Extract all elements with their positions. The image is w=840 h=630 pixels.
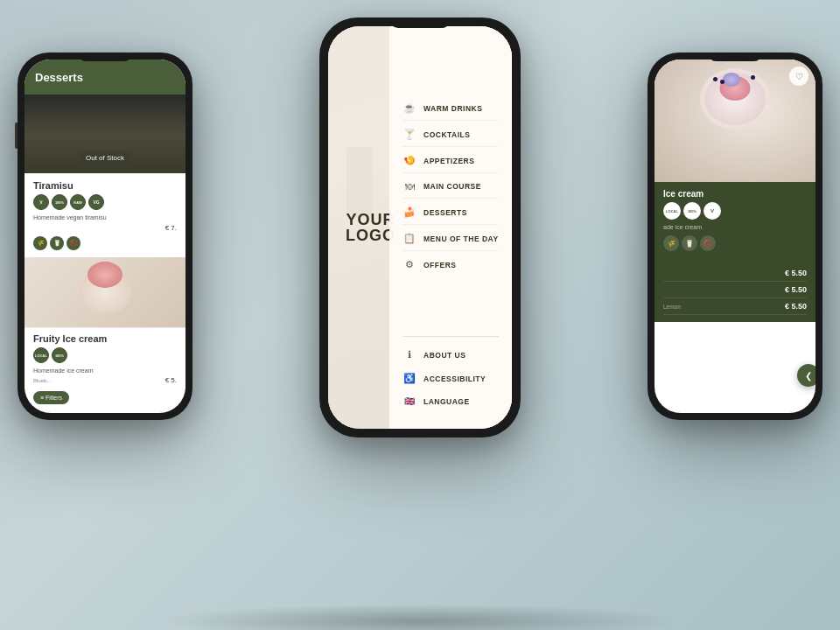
menu-item-warm-drinks[interactable]: ☕ WARM DRINKS <box>402 96 499 121</box>
warm-drinks-icon: ☕ <box>402 102 416 114</box>
price-value-1: € 5.50 <box>785 269 807 277</box>
allergen-2: 🥛 <box>50 236 64 250</box>
price-value-2: € 5.50 <box>785 285 807 294</box>
language-flag-icon: 🇬🇧 <box>402 396 416 406</box>
center-menu: ☕ WARM DRINKS 🍸 COCKTAILS 🍤 APPETIZERS 🍽… <box>389 26 512 429</box>
main-course-label: MAIN COURSE <box>424 182 481 191</box>
logo-area: YOUR LOGO <box>346 212 396 243</box>
about-us-label: ABOUT US <box>424 351 466 360</box>
left-phone-screen: Desserts Out of Stock Tiramisu V 100% RA… <box>24 60 186 413</box>
right-phone-screen: ♡ Ice cream LOCAL 100% V ade ice cream 🌾… <box>654 60 816 413</box>
warm-drinks-label: WARM DRINKS <box>424 104 482 113</box>
appetizers-label: APPETIZERS <box>424 157 474 165</box>
accessibility-label: ACCESSIBILITY <box>424 374 486 383</box>
badge-100: 100% <box>52 194 67 210</box>
left-allergens: 🌾 🥛 🚫 <box>33 236 177 250</box>
out-of-stock-badge: Out of Stock <box>79 151 131 164</box>
right-hero-bowl <box>700 68 770 130</box>
desserts-icon: 🍰 <box>402 206 416 218</box>
right-allergen-1: 🌾 <box>663 235 679 251</box>
menu-item-cocktails[interactable]: 🍸 COCKTAILS <box>402 122 499 147</box>
right-phone: ♡ Ice cream LOCAL 100% V ade ice cream 🌾… <box>648 52 822 420</box>
badge-vg: VG <box>88 194 104 210</box>
left-badges: V 100% RAW VG <box>33 194 177 210</box>
phones-shadow <box>158 604 682 630</box>
left-item-2-title: Fruity Ice cream <box>33 333 177 344</box>
left-item-desc: Homemade vegan tiramisu <box>33 214 177 221</box>
appetizers-icon: 🍤 <box>402 155 416 166</box>
menu-item-appetizers[interactable]: 🍤 APPETIZERS <box>402 149 499 173</box>
price-row-2: € 5.50 <box>663 282 807 298</box>
right-badge-local: LOCAL <box>663 202 681 220</box>
accessibility-icon: ♿ <box>402 373 416 384</box>
filters-bar[interactable]: ≡ Filters <box>33 391 69 404</box>
menu-divider <box>402 336 499 337</box>
desserts-label: DESSERTS <box>424 208 467 217</box>
left-item-2-content: Fruity Ice cream LOCAL 100% Homemade ice… <box>24 328 186 389</box>
price-value-3: € 5.50 <box>785 302 807 311</box>
left-item-2-subtitle: Blueb... <box>33 378 51 383</box>
right-prices: € 5.50 € 5.50 Lemon € 5.50 <box>654 265 816 322</box>
menu-items-list: ☕ WARM DRINKS 🍸 COCKTAILS 🍤 APPETIZERS 🍽… <box>402 44 499 329</box>
center-phone: YOUR LOGO ☕ WARM DRINKS 🍸 COCKTAILS 🍤 AP… <box>319 18 521 438</box>
menu-bottom-items: ℹ ABOUT US ♿ ACCESSIBILITY 🇬🇧 LANGUAGE <box>402 344 499 411</box>
center-phone-notch <box>389 18 451 28</box>
menu-of-day-icon: 📋 <box>402 233 416 244</box>
favorite-button[interactable]: ♡ <box>789 66 808 86</box>
right-phone-notch <box>709 52 761 61</box>
menu-item-offers[interactable]: ⚙ OFFERS <box>402 253 499 276</box>
menu-item-language[interactable]: 🇬🇧 LANGUAGE <box>402 391 499 411</box>
badge-raw: RAW <box>70 194 86 210</box>
right-allergens: 🌾 🥛 🚫 <box>663 235 807 251</box>
language-label: LANGUAGE <box>424 397 470 406</box>
about-us-icon: ℹ <box>402 349 416 360</box>
price-label-3: Lemon <box>663 304 785 310</box>
logo-line-1: YOUR <box>346 212 395 228</box>
cocktails-label: COCKTAILS <box>424 130 470 139</box>
left-badges-2: LOCAL 100% <box>33 347 177 363</box>
filters-button[interactable]: ≡ Filters <box>33 391 69 404</box>
center-phone-screen: YOUR LOGO ☕ WARM DRINKS 🍸 COCKTAILS 🍤 AP… <box>328 26 512 429</box>
right-allergen-2: 🥛 <box>682 235 697 251</box>
right-badges: LOCAL 100% V <box>663 202 807 220</box>
cocktails-icon: 🍸 <box>402 129 416 140</box>
right-nav-button[interactable]: ❮ <box>797 364 816 387</box>
menu-of-day-label: MENU OF THE DAY <box>424 234 499 243</box>
logo-line-2: LOGO <box>346 228 396 243</box>
allergen-3: 🚫 <box>66 236 80 250</box>
right-item-title: Ice cream <box>663 189 807 199</box>
menu-item-main-course[interactable]: 🍽 MAIN COURSE <box>402 175 499 199</box>
right-allergen-3: 🚫 <box>700 235 716 251</box>
left-item-2-price: € 5. <box>165 376 177 384</box>
main-course-icon: 🍽 <box>402 181 416 192</box>
menu-item-accessibility[interactable]: ♿ ACCESSIBILITY <box>402 368 499 389</box>
left-item-price: € 7. <box>33 224 177 232</box>
left-phone-notch <box>79 52 131 61</box>
left-header-title: Desserts <box>35 71 83 84</box>
badge-v: V <box>33 194 49 210</box>
right-badge-100: 100% <box>683 202 701 220</box>
price-row-3: Lemon € 5.50 <box>663 298 807 315</box>
menu-item-about-us[interactable]: ℹ ABOUT US <box>402 344 499 366</box>
right-item-content: Ice cream LOCAL 100% V ade ice cream 🌾 🥛… <box>654 182 816 265</box>
left-item-tiramisu: Tiramisu V 100% RAW VG Homemade vegan ti… <box>24 173 186 257</box>
left-item-title: Tiramisu <box>33 180 177 191</box>
offers-label: OFFERS <box>424 261 456 270</box>
badge-local: LOCAL <box>33 347 49 363</box>
offers-icon: ⚙ <box>402 259 416 270</box>
right-hero-image: ♡ <box>654 60 816 182</box>
left-header: Desserts <box>24 60 186 94</box>
left-hero-image: Out of Stock <box>24 94 186 173</box>
right-badge-v: V <box>704 202 721 220</box>
left-phone: Desserts Out of Stock Tiramisu V 100% RA… <box>18 52 192 420</box>
badge-100-2: 100% <box>52 347 67 363</box>
left-item-2-desc: Homemade ice cream <box>33 367 177 374</box>
right-desc: ade ice cream <box>663 224 807 230</box>
allergen-1: 🌾 <box>33 236 47 250</box>
menu-item-desserts[interactable]: 🍰 DESSERTS <box>402 200 499 225</box>
left-hero-image-2 <box>24 257 186 327</box>
price-row-1: € 5.50 <box>663 265 807 282</box>
menu-item-menu-of-day[interactable]: 📋 MENU OF THE DAY <box>402 227 499 251</box>
left-item-icecream: Fruity Ice cream LOCAL 100% Homemade ice… <box>24 327 186 389</box>
